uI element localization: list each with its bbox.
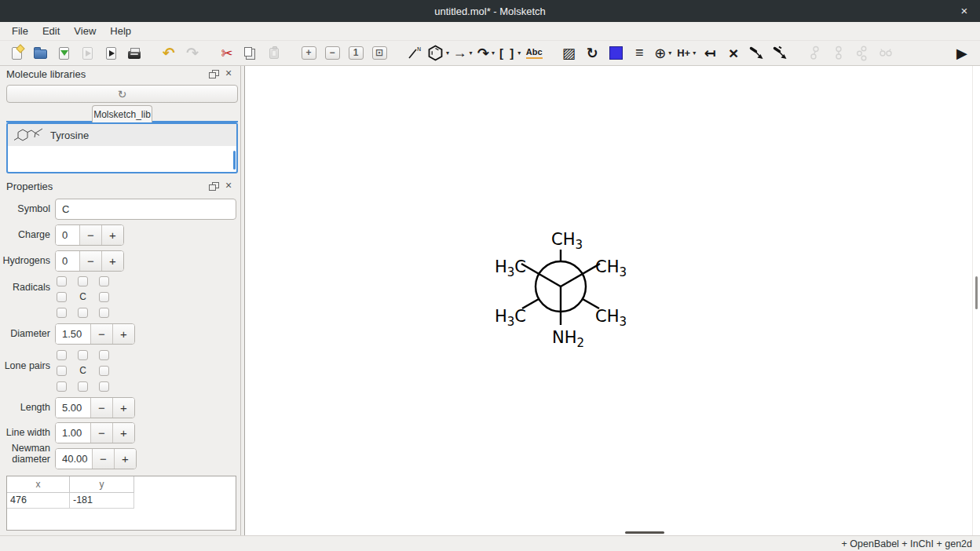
- atom-label-upper-left[interactable]: H3C: [495, 257, 526, 279]
- hydrogens-increment-button[interactable]: +: [101, 251, 123, 271]
- newman-diameter-decrement-button[interactable]: −: [92, 449, 114, 469]
- diameter-increment-button[interactable]: +: [112, 324, 134, 344]
- lone-pair-checkbox[interactable]: [99, 350, 109, 360]
- symbol-input[interactable]: [55, 199, 236, 220]
- undo-button[interactable]: ↶: [159, 43, 179, 64]
- optimize-all-tool-button[interactable]: [770, 43, 791, 64]
- menu-view[interactable]: View: [67, 24, 103, 38]
- vertical-scrollbar-handle[interactable]: [975, 276, 978, 309]
- radical-checkbox[interactable]: [99, 308, 109, 318]
- lone-pair-checkbox[interactable]: [99, 381, 109, 392]
- mechanism-arrow-button[interactable]: ↷▾: [476, 43, 496, 64]
- coordinates-header-x: x: [7, 476, 70, 493]
- hydrogens-value[interactable]: 0: [56, 251, 79, 271]
- radical-checkbox[interactable]: [57, 292, 67, 302]
- save-file-button[interactable]: [53, 43, 74, 64]
- refresh-libraries-button[interactable]: ↻: [6, 85, 238, 103]
- redo-icon: ↷: [186, 44, 199, 62]
- bracket-tool-button[interactable]: [ ]▾: [499, 43, 521, 64]
- menu-help[interactable]: Help: [103, 24, 138, 38]
- hydrogen-tool-button[interactable]: H+▾: [676, 43, 697, 64]
- length-value[interactable]: 5.00: [56, 398, 90, 418]
- radical-checkbox[interactable]: [78, 276, 88, 286]
- lone-pair-checkbox[interactable]: [78, 350, 88, 360]
- rotate-tool-button[interactable]: ↻: [582, 43, 602, 64]
- atom-label-upper-right[interactable]: CH3: [595, 257, 627, 279]
- radical-checkbox[interactable]: [78, 308, 88, 318]
- line-width-button[interactable]: ≡: [629, 43, 649, 64]
- draw-tool-button[interactable]: N: [404, 43, 424, 64]
- dropdown-caret-icon: ▾: [446, 49, 449, 57]
- tab-molsketch-lib[interactable]: Molsketch_lib: [92, 105, 152, 122]
- length-decrement-button[interactable]: −: [90, 398, 112, 418]
- lone-pairs-center-atom: C: [78, 365, 88, 376]
- selection-tool-button[interactable]: ▨: [558, 43, 579, 64]
- print-button[interactable]: [124, 43, 144, 64]
- molecule-thumbnail: [13, 126, 46, 144]
- reaction-arrow-button[interactable]: →▾: [452, 43, 473, 64]
- charge-tool-button[interactable]: ⊕▾: [653, 43, 673, 64]
- ring-tool-button[interactable]: ▾: [427, 43, 449, 64]
- optimize-tool-button[interactable]: [747, 43, 767, 64]
- charge-increment-button[interactable]: +: [101, 225, 123, 245]
- zoom-fit-button[interactable]: ⊡: [369, 43, 389, 64]
- atom-label-top[interactable]: CH3: [551, 230, 583, 252]
- hydrogens-decrement-button[interactable]: −: [79, 251, 101, 271]
- zoom-original-button[interactable]: 1: [346, 43, 366, 64]
- newman-diameter-label: Newman diameter: [0, 443, 50, 465]
- radical-checkbox[interactable]: [57, 308, 67, 318]
- lone-pair-checkbox[interactable]: [57, 366, 67, 376]
- lone-pair-checkbox[interactable]: [78, 381, 88, 392]
- radical-checkbox[interactable]: [57, 276, 67, 286]
- atom-label-lower-right[interactable]: CH3: [595, 307, 627, 329]
- radical-checkbox[interactable]: [99, 276, 109, 286]
- float-panel-icon[interactable]: [209, 182, 219, 191]
- export-button[interactable]: [101, 43, 121, 64]
- diameter-decrement-button[interactable]: −: [90, 324, 112, 344]
- library-scrollbar-handle[interactable]: [233, 151, 236, 170]
- newman-diameter-increment-button[interactable]: +: [114, 449, 136, 469]
- window-close-button[interactable]: ×: [956, 3, 972, 19]
- length-increment-button[interactable]: +: [112, 398, 134, 418]
- color-picker-button[interactable]: [605, 43, 626, 64]
- coordinate-y-cell[interactable]: -181: [70, 493, 134, 509]
- line-width-increment-button[interactable]: +: [112, 423, 134, 443]
- cut-button[interactable]: ✂: [217, 43, 237, 64]
- new-file-button[interactable]: [6, 43, 27, 64]
- float-panel-icon[interactable]: [209, 70, 219, 78]
- newman-projection-molecule[interactable]: CH3 H3C CH3 H3C CH3 NH2: [245, 66, 980, 535]
- menu-file[interactable]: File: [5, 24, 35, 38]
- copy-button[interactable]: [240, 43, 261, 64]
- vertical-scrollbar[interactable]: [972, 66, 980, 535]
- open-file-button[interactable]: [30, 43, 50, 64]
- zoom-in-button[interactable]: +: [298, 43, 319, 64]
- line-width-value[interactable]: 1.00: [56, 423, 90, 443]
- diameter-value[interactable]: 1.50: [56, 324, 90, 344]
- delete-tool-button[interactable]: ×: [723, 43, 744, 64]
- drawing-canvas[interactable]: CH3 H3C CH3 H3C CH3 NH2: [244, 66, 980, 535]
- atom-label-lower-left[interactable]: H3C: [495, 307, 526, 329]
- connect-tool-button[interactable]: ↤: [700, 43, 720, 64]
- tab-label: Molsketch_lib: [93, 109, 151, 120]
- newman-diameter-value[interactable]: 40.00: [56, 449, 92, 469]
- library-item-tyrosine[interactable]: Tyrosine: [8, 124, 236, 146]
- close-panel-icon[interactable]: ×: [223, 179, 234, 192]
- dropdown-caret-icon: ▾: [517, 49, 521, 57]
- lone-pair-checkbox[interactable]: [57, 350, 67, 360]
- toolbar-extension-button[interactable]: ▶: [952, 43, 972, 64]
- menu-edit[interactable]: Edit: [35, 24, 67, 38]
- horizontal-scrollbar-handle[interactable]: [625, 531, 664, 534]
- line-width-decrement-button[interactable]: −: [90, 423, 112, 443]
- lone-pair-checkbox[interactable]: [57, 381, 67, 392]
- coordinate-x-cell[interactable]: 476: [7, 493, 70, 509]
- charge-value[interactable]: 0: [56, 225, 79, 245]
- lone-pair-checkbox[interactable]: [99, 366, 109, 376]
- text-tool-button[interactable]: Abc: [524, 43, 544, 64]
- atom-label-bottom[interactable]: NH2: [552, 328, 584, 350]
- conformer-tool-4-button: [876, 43, 896, 64]
- close-panel-icon[interactable]: ×: [223, 67, 234, 79]
- title-bar: untitled.mol* - Molsketch ×: [0, 0, 980, 22]
- radical-checkbox[interactable]: [99, 292, 109, 302]
- zoom-out-button[interactable]: −: [322, 43, 342, 64]
- charge-decrement-button[interactable]: −: [79, 225, 101, 245]
